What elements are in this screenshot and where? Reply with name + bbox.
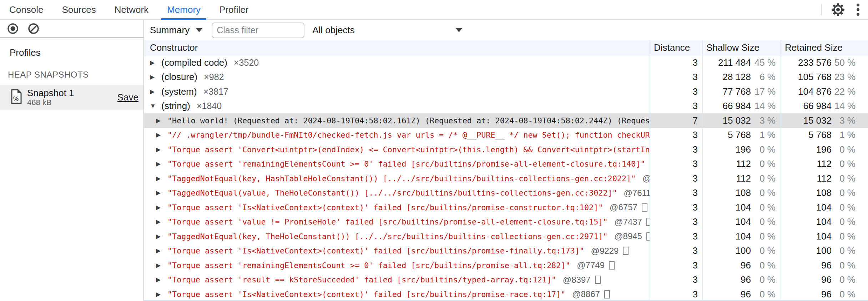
instance-count: ×1840 [197,101,222,111]
size-percent: 0 % [832,187,856,198]
constructor-group-row[interactable]: ▶(system)×3817377 76817 %104 87622 % [144,84,868,99]
size-percent: 0 % [832,260,856,271]
size-value: 104 [816,202,832,213]
string-object-row[interactable]: ▶"Torque assert 'Is<NativeContext>(conte… [144,244,868,258]
string-object-row[interactable]: ▶"TaggedNotEqual(key, HashTableHoleConst… [144,171,868,186]
size-value: 104 [736,231,751,242]
shallow-size-cell: 960 % [703,258,781,273]
objects-filter-select[interactable]: All objects [312,25,462,36]
triangle-expanded-icon: ▼ [150,103,158,110]
triangle-collapsed-icon: ▶ [150,88,158,95]
object-id: @7611 [621,188,650,198]
perspective-select[interactable]: Summary [150,25,202,36]
gear-icon[interactable] [828,0,848,19]
size-percent: 50 % [832,57,856,68]
column-header-constructor[interactable]: Constructor [144,40,650,55]
constructor-group-row[interactable]: ▼(string)×1840366 98414 %66 98414 % [144,99,868,114]
string-object-row[interactable]: ▶"Torque assert 'Is<NativeContext>(conte… [144,287,868,300]
constructor-cell: ▶"TaggedNotEqual(key, TheHoleConstant())… [144,229,650,244]
string-object-row[interactable]: ▶"Torque assert 'Is<NativeContext>(conte… [144,200,868,215]
distance-cell: 3 [650,186,703,201]
snapshot-list-item[interactable]: % Snapshot 1 468 kB Save [0,85,143,110]
triangle-collapsed-icon: ▶ [156,204,164,211]
constructor-name: (closure) [161,71,197,83]
distance-value: 3 [693,100,698,112]
save-snapshot-link[interactable]: Save [117,92,138,103]
string-value: "TaggedNotEqual(key, TheHoleConstant()) … [167,232,608,241]
size-value: 112 [736,173,751,184]
tab-sources[interactable]: Sources [52,0,105,19]
constructor-cell: ▶"Torque assert 'Convert<uintptr>(endInd… [144,142,650,157]
retained-size-cell: 1040 % [781,200,868,215]
distance-value: 3 [693,231,698,242]
triangle-collapsed-icon: ▶ [156,117,164,124]
shallow-size-cell: 1120 % [703,157,781,172]
string-object-row[interactable]: ▶"Torque assert 'remainingElementsCount … [144,157,868,172]
size-value: 77 768 [722,86,751,97]
size-value: 104 [736,202,751,213]
constructor-name: (compiled code) [161,57,227,68]
string-object-row[interactable]: ▶"// .wrangler/tmp/bundle-FmNIt0/checked… [144,128,868,143]
size-percent: 0 % [751,289,776,300]
triangle-collapsed-icon: ▶ [156,262,164,269]
tab-memory[interactable]: Memory [158,0,210,19]
retained-size-cell: 1040 % [781,229,868,244]
string-object-row[interactable]: ▶"Torque assert 'value != PromiseHole' f… [144,215,868,230]
constructor-cell: ▶(compiled code)×3520 [144,55,650,70]
string-object-row[interactable]: ▶"TaggedNotEqual(value, TheHoleConstant(… [144,186,868,201]
column-header-shallow-size[interactable]: Shallow Size [703,40,781,55]
size-percent: 6 % [751,71,776,83]
shallow-size-cell: 5 7681 % [703,128,781,143]
string-object-row[interactable]: ▶"Torque assert 'result == kStoreSuccede… [144,273,868,287]
shallow-size-cell: 1040 % [703,229,781,244]
size-value: 5 768 [808,129,832,140]
size-percent: 23 % [832,71,856,83]
shallow-size-cell: 1040 % [703,215,781,230]
size-value: 196 [736,144,751,155]
string-value: "Torque assert 'Convert<uintptr>(endInde… [167,145,650,154]
string-object-row[interactable]: ▶"Torque assert 'Convert<uintptr>(endInd… [144,142,868,157]
string-object-row[interactable]: ▶"Torque assert 'remainingElementsCount … [144,258,868,273]
tab-console[interactable]: Console [0,0,52,19]
retained-size-cell: 105 76823 % [781,70,868,85]
kebab-menu-icon[interactable] [848,0,868,19]
size-value: 5 768 [728,129,751,140]
string-object-row[interactable]: ▶"TaggedNotEqual(key, TheHoleConstant())… [144,229,868,244]
triangle-collapsed-icon: ▶ [156,276,164,283]
retained-size-cell: 1120 % [781,157,868,172]
column-header-retained-size[interactable]: Retained Size [781,40,868,55]
size-value: 104 [816,216,832,227]
object-box-icon [595,276,601,284]
constructor-cell: ▶"TaggedNotEqual(value, TheHoleConstant(… [144,186,650,201]
distance-value: 3 [693,216,698,227]
instance-count: ×982 [204,72,224,82]
svg-text:%: % [13,95,19,102]
retained-size-cell: 1000 % [781,244,868,258]
constructor-group-row[interactable]: ▶(compiled code)×35203211 48445 %233 576… [144,55,868,70]
string-object-row[interactable]: ▶"Hello world! (Requested at: 2024-08-19… [144,113,868,128]
tab-network[interactable]: Network [105,0,158,19]
constructor-cell: ▶(closure)×982 [144,70,650,85]
column-header-distance[interactable]: Distance [650,40,703,55]
distance-cell: 3 [650,229,703,244]
size-percent: 0 % [832,158,856,169]
heap-snapshots-section-label: HEAP SNAPSHOTS [0,58,143,85]
size-percent: 3 % [751,115,776,126]
distance-value: 3 [693,144,698,155]
string-value: "Torque assert 'remainingElementsCount >… [167,159,645,168]
size-percent: 0 % [751,202,776,213]
record-heap-snapshot-icon[interactable] [6,21,20,36]
distance-cell: 3 [650,215,703,230]
object-id: @8397 [560,275,590,285]
heap-table-body: ▶(compiled code)×35203211 48445 %233 576… [144,55,868,300]
triangle-collapsed-icon: ▶ [150,73,158,81]
clear-profiles-icon[interactable] [26,21,41,36]
constructor-cell: ▶"// .wrangler/tmp/bundle-FmNIt0/checked… [144,128,650,143]
heap-snapshot-file-icon: % [11,89,22,105]
distance-cell: 3 [650,157,703,172]
constructor-cell: ▶"Torque assert 'Is<NativeContext>(conte… [144,200,650,215]
tab-profiler[interactable]: Profiler [210,0,258,19]
class-filter-input[interactable] [212,23,304,38]
constructor-group-row[interactable]: ▶(closure)×982328 1286 %105 76823 % [144,70,868,85]
triangle-collapsed-icon: ▶ [150,59,158,66]
